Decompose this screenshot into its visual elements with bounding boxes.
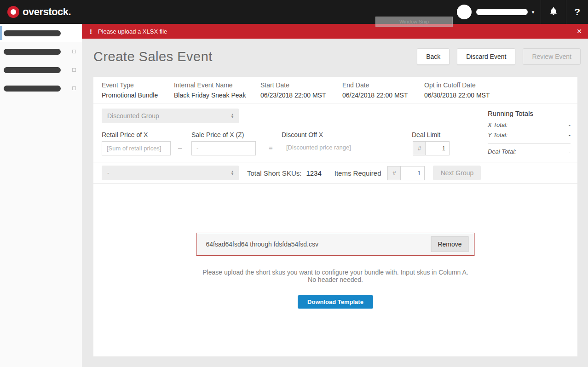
sidebar-item-label-redacted [4,49,61,55]
sidebar-item-3[interactable] [0,61,82,79]
alert-banner: ! Please upload a XLSX file ✕ [82,24,588,39]
field-label: Event Type [102,81,174,89]
summary-field-cutoff-date: Opt in Cutoff Date 06/30/2018 22:00 MST [424,81,490,103]
total-short-skus-label: Total Short SKUs: [247,169,301,177]
field-value: 06/24/2018 22:00 MST [342,92,424,99]
running-totals-title: Running Totals [488,109,571,117]
sidebar-item-1[interactable] [0,24,82,42]
uploaded-file-box: 64fsad64fsd64 through fdsfda54fsd.csv Re… [196,233,475,256]
total-short-skus-value: 1234 [306,169,321,177]
field-label: Opt in Cutoff Date [424,81,490,89]
running-total-x: X Total: - [488,121,571,128]
retail-price-input[interactable] [102,141,171,155]
remove-file-button[interactable]: Remove [431,236,469,252]
sale-price-label: Sale Price of X (Z) [191,131,244,138]
back-button[interactable]: Back [417,48,450,65]
upload-instructions: Please upload the short skus you want to… [93,269,577,283]
download-template-button[interactable]: Download Template [298,295,373,309]
bundle-config: Discounted Group ▴▾ Retail Price of X Sa… [93,103,577,162]
username-pill[interactable] [476,9,528,15]
help-button[interactable]: ? [566,0,588,24]
retail-price-label: Retail Price of X [102,131,148,138]
running-total-deal: Deal Total: - [488,143,571,155]
sidebar-item-icon [72,50,76,53]
deal-limit-input[interactable] [425,141,450,155]
equals-operator: = [269,144,273,152]
select-value: - [107,169,110,177]
logo-text: overstock. [23,6,71,18]
summary-field-event-type: Event Type Promotional Bundle [102,81,174,103]
avatar[interactable] [457,5,472,19]
help-icon: ? [574,6,580,17]
summary-field-start-date: Start Date 06/23/2018 22:00 MST [260,81,342,103]
discard-event-button[interactable]: Discard Event [457,48,515,65]
sidebar-item-label-redacted [4,86,61,92]
uploaded-file-name: 64fsad64fsd64 through fdsfda54fsd.csv [206,241,318,248]
field-value: 06/30/2018 22:00 MST [424,92,490,99]
dropdown-caret-icon[interactable]: ▾ [532,9,535,15]
discount-label: Discount Off X [282,131,323,138]
bell-icon [549,6,558,17]
event-card: Event Type Promotional Bundle Internal E… [93,77,577,356]
summary-field-event-name: Internal Event Name Black Friday Sneak P… [174,81,260,103]
page-title: Create Sales Event [93,49,213,64]
upload-instructions-line1: Please upload the short skus you want to… [93,269,577,276]
topbar: overstock. ▾ ? [0,0,588,24]
sidebar-item-icon [72,86,76,90]
running-totals: Running Totals X Total: - Y Total: - Dea… [488,109,571,158]
window-snip-tooltip: Window Snip [375,17,453,27]
review-event-button[interactable]: Review Event [523,48,581,65]
sidebar-item-label-redacted [4,67,61,73]
group-select[interactable]: - ▴▾ [102,166,239,180]
items-required-hash-prefix: # [387,166,400,180]
overstock-logo[interactable]: overstock. [7,6,71,18]
topbar-right: ▾ ? [457,0,588,24]
field-label: End Date [342,81,424,89]
page: overstock. ▾ ? ! Please upload a XLSX fi… [0,0,588,367]
minus-operator: – [178,144,182,152]
alert-icon: ! [90,28,92,35]
discounted-group-select[interactable]: Discounted Group ▴▾ [102,109,239,123]
field-label: Start Date [260,81,342,89]
items-required-input[interactable] [400,166,425,180]
field-value: 06/23/2018 22:00 MST [260,92,342,99]
sidebar-item-4[interactable] [0,79,82,97]
deal-limit-label: Deal Limit [412,131,440,138]
notifications-button[interactable] [541,0,566,24]
summary-field-end-date: End Date 06/24/2018 22:00 MST [342,81,424,103]
sidebar-item-2[interactable] [0,42,82,61]
field-value: Promotional Bundle [102,92,174,99]
next-group-button[interactable]: Next Group [433,166,481,180]
upload-instructions-line2: No header needed. [93,276,577,283]
field-value: Black Friday Sneak Peak [174,92,260,99]
select-arrows-icon: ▴▾ [231,170,233,176]
group-bar: - ▴▾ Total Short SKUs: 1234 Items Requir… [93,162,577,184]
sidebar [0,24,82,367]
alert-message: Please upload a XLSX file [98,28,167,35]
running-total-y: Y Total: - [488,132,571,138]
sidebar-item-icon [72,68,76,72]
select-arrows-icon: ▴▾ [231,113,233,119]
select-value: Discounted Group [107,112,159,120]
discount-range-text: [Discounted price range] [286,144,351,151]
header-actions: Back Discard Event Review Event [417,48,581,65]
alert-close-icon[interactable]: ✕ [576,28,582,35]
main-content: Create Sales Event Back Discard Event Re… [82,39,588,367]
field-label: Internal Event Name [174,81,260,89]
items-required-label: Items Required [334,169,381,177]
page-header: Create Sales Event Back Discard Event Re… [93,46,581,68]
deal-limit-hash-prefix: # [413,141,426,155]
logo-icon [7,6,19,18]
sale-price-input[interactable] [191,141,256,155]
upload-zone: 64fsad64fsd64 through fdsfda54fsd.csv Re… [93,184,577,356]
sidebar-item-label-redacted [4,30,61,36]
event-summary: Event Type Promotional Bundle Internal E… [93,77,577,103]
